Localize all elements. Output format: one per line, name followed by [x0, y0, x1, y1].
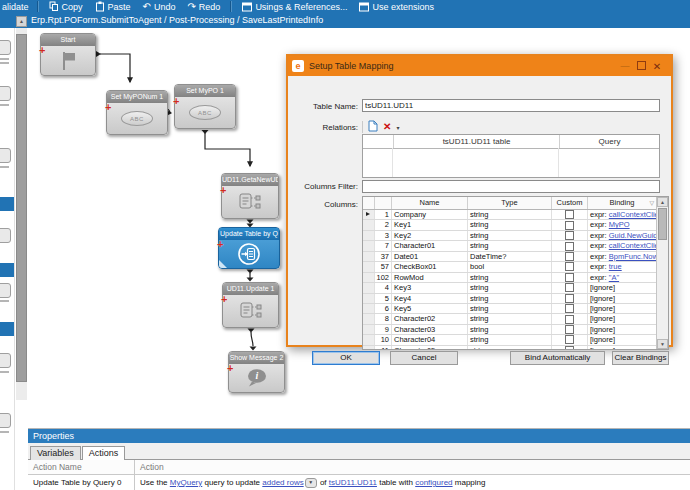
node-ud11-update-1[interactable]: UD11.Update 1+ [222, 282, 279, 328]
binding-link[interactable]: BpmFunc.Now() [609, 252, 656, 261]
toolbox-item-icon[interactable] [0, 228, 11, 243]
action-link[interactable]: tsUD11.UD11 [329, 478, 377, 487]
scroll-down-icon[interactable]: ▼ [657, 339, 668, 349]
grid-scrollbar[interactable]: ▲ ▼ [656, 197, 668, 349]
custom-checkbox[interactable] [565, 304, 574, 313]
table-row[interactable]: 2Key1stringexpr: MyPO [363, 220, 656, 230]
grid-scrollbar-thumb[interactable] [658, 208, 667, 240]
add-callers-icon[interactable]: + [217, 239, 223, 249]
toolbar-paste-button[interactable]: Paste [89, 1, 137, 12]
row-selector-cell[interactable] [363, 335, 375, 344]
toolbox-item-icon[interactable] [0, 353, 11, 368]
row-selector-cell[interactable] [363, 346, 375, 349]
node-update-table-by-q[interactable]: Update Table by Q+ [218, 227, 280, 269]
custom-checkbox[interactable] [565, 273, 574, 282]
row-selector-cell[interactable] [363, 304, 375, 313]
table-row[interactable]: 3Key2stringexpr: Guid.NewGuid().ToS [363, 231, 656, 241]
binding-link[interactable]: callContextClient.Cu [609, 210, 656, 219]
table-row[interactable]: 6Key5string[ignore] [363, 304, 656, 314]
dropdown-icon[interactable]: ▼ [305, 478, 317, 488]
table-row[interactable]: 102RowModstringexpr: "A" [363, 273, 656, 283]
table-row[interactable]: 57CheckBox01boolexpr: true [363, 262, 656, 272]
toolbox-item-icon[interactable] [0, 86, 11, 101]
row-selector-cell[interactable] [363, 273, 375, 282]
row-selector-cell[interactable] [363, 241, 375, 250]
toolbar-redo-button[interactable]: ↷Redo [181, 2, 226, 12]
scroll-up-icon[interactable]: ▲ [16, 16, 27, 27]
delete-icon[interactable]: ✕ [383, 122, 391, 132]
add-callers-icon[interactable]: + [39, 45, 45, 55]
toolbar-undo-button[interactable]: ↶Undo [137, 2, 182, 12]
toolbox-category-bar[interactable] [0, 197, 14, 211]
relations-grid[interactable]: tsUD11.UD11 table Query [362, 134, 660, 178]
table-row[interactable]: 37Date01DateTime?expr: BpmFunc.Now() [363, 252, 656, 262]
minimize-icon[interactable]: — [617, 61, 633, 71]
validate-button[interactable]: alidate [0, 2, 33, 12]
binding-link[interactable]: Guid.NewGuid().ToS [609, 231, 656, 240]
custom-checkbox[interactable] [565, 231, 574, 240]
node-set-mypo-1[interactable]: Set MyPO 1ABC+ [174, 84, 236, 129]
binding-link[interactable]: "A" [609, 273, 619, 282]
toolbox-item-icon[interactable] [0, 40, 11, 55]
cancel-button[interactable]: Cancel [390, 351, 458, 365]
custom-checkbox[interactable] [565, 315, 574, 324]
grid-col-custom[interactable]: Custom [552, 197, 588, 209]
custom-checkbox[interactable] [565, 346, 574, 349]
row-selector-cell[interactable] [363, 210, 375, 219]
action-row[interactable]: Update Table by Query 0 Use the MyQuery … [28, 475, 690, 490]
custom-checkbox[interactable] [565, 325, 574, 334]
table-row[interactable]: 11Character05string[ignore] [363, 346, 656, 349]
clear-bindings-button[interactable]: Clear Bindings [612, 351, 669, 365]
table-name-input[interactable] [362, 99, 660, 112]
custom-checkbox[interactable] [565, 252, 574, 261]
filter-icon[interactable]: ▽ [649, 199, 654, 206]
binding-link[interactable]: true [609, 262, 622, 271]
add-callers-icon[interactable]: + [221, 294, 227, 304]
add-callers-icon[interactable]: + [227, 363, 233, 373]
node-show-message-2[interactable]: Show Message 2i+ [228, 351, 285, 393]
toolbox-category-bar[interactable] [0, 322, 14, 336]
row-selector-cell[interactable] [363, 325, 375, 334]
custom-checkbox[interactable] [565, 335, 574, 344]
add-callers-icon[interactable]: + [105, 102, 111, 112]
action-link[interactable]: added rows [262, 478, 303, 487]
node-set-myponum-1[interactable]: Set MyPONum 1ABC+ [106, 90, 168, 135]
dropdown-icon[interactable]: ▾ [396, 124, 399, 131]
toolbar-usings-references-button[interactable]: Usings & References... [236, 2, 353, 12]
close-icon[interactable]: ✕ [649, 61, 665, 72]
maximize-icon[interactable] [633, 61, 649, 72]
row-selector-cell[interactable] [363, 262, 375, 271]
custom-checkbox[interactable] [565, 242, 574, 251]
scroll-up-icon[interactable]: ▲ [657, 197, 668, 207]
row-selector-cell[interactable] [363, 220, 375, 229]
columns-filter-input[interactable] [362, 180, 660, 193]
grid-col-binding[interactable]: Binding [588, 197, 656, 209]
action-link[interactable]: MyQuery [170, 478, 202, 487]
custom-checkbox[interactable] [565, 294, 574, 303]
binding-link[interactable]: callContextClient.Cu [609, 241, 656, 250]
table-row[interactable]: 8Character02string[ignore] [363, 314, 656, 324]
bind-automatically-button[interactable]: Bind Automatically [510, 351, 605, 365]
row-selector-cell[interactable] [363, 314, 375, 323]
ok-button[interactable]: OK [312, 351, 380, 365]
row-selector-cell[interactable] [363, 252, 375, 261]
add-callers-icon[interactable]: + [173, 96, 179, 106]
row-selector-cell[interactable] [363, 294, 375, 303]
grid-col-type[interactable]: Type [468, 197, 552, 209]
toolbox-item-icon[interactable] [0, 283, 11, 298]
grid-col-name[interactable]: Name [392, 197, 468, 209]
custom-checkbox[interactable] [565, 262, 574, 271]
add-callers-icon[interactable]: + [220, 185, 226, 195]
table-row[interactable]: 5Key4string[ignore] [363, 294, 656, 304]
tab-variables[interactable]: Variables [30, 446, 81, 460]
action-link[interactable]: configured [415, 478, 452, 487]
table-row[interactable]: 4Key3string[ignore] [363, 283, 656, 293]
dialog-title-bar[interactable]: e Setup Table Mapping — ✕ [288, 56, 671, 76]
table-row[interactable]: 7Character01stringexpr: callContextClien… [363, 241, 656, 251]
toolbox-scrollbar-thumb[interactable] [16, 34, 27, 382]
table-row[interactable]: 10Character04string[ignore] [363, 335, 656, 345]
table-row[interactable]: 1Companystringexpr: callContextClient.Cu [363, 210, 656, 220]
toolbox-item-icon[interactable] [0, 148, 11, 163]
row-selector-cell[interactable] [363, 231, 375, 240]
toolbox-item-icon[interactable] [0, 413, 11, 428]
